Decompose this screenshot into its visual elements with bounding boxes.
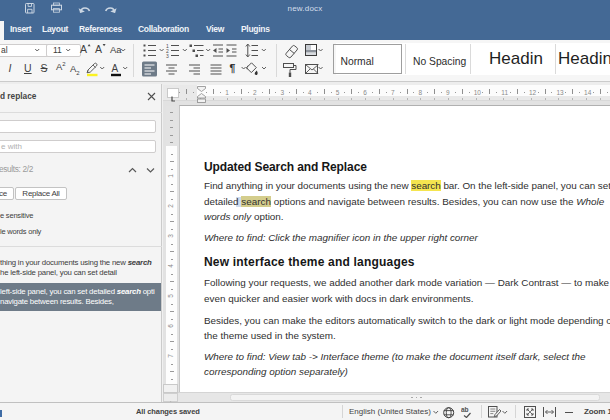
svg-text:A: A bbox=[112, 63, 119, 74]
svg-text:ab: ab bbox=[461, 406, 469, 413]
svg-text:3: 3 bbox=[166, 53, 169, 59]
